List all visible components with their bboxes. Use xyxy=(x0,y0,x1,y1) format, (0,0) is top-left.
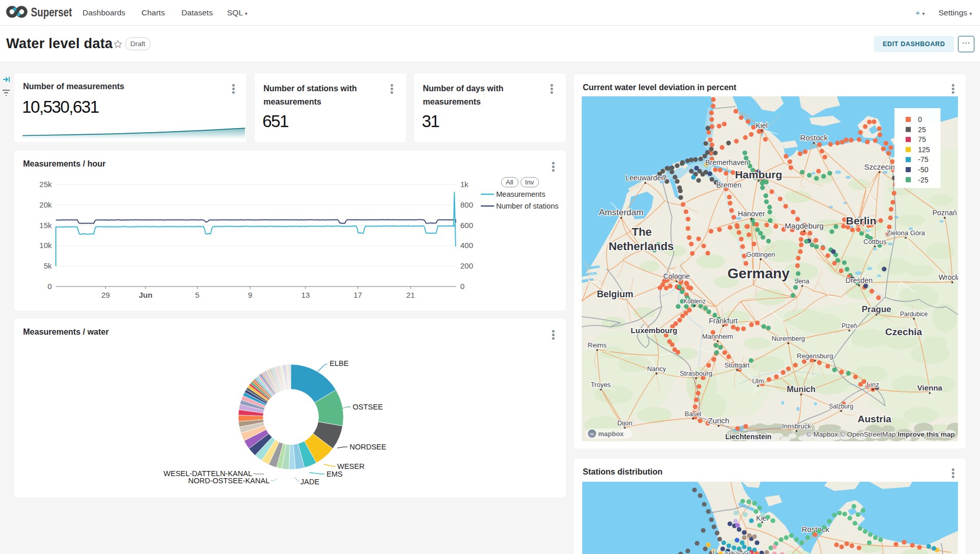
svg-text:Zielona Góra: Zielona Góra xyxy=(886,229,925,237)
svg-text:Belgium: Belgium xyxy=(597,289,633,299)
svg-text:600: 600 xyxy=(460,221,473,230)
svg-text:0: 0 xyxy=(460,282,464,291)
svg-text:JADE: JADE xyxy=(300,478,319,486)
svg-text:Superset: Superset xyxy=(31,6,72,19)
svg-text:Basel: Basel xyxy=(685,410,702,418)
svg-text:Dijon: Dijon xyxy=(617,419,632,427)
svg-text:20k: 20k xyxy=(39,200,52,209)
svg-text:All: All xyxy=(506,178,514,186)
svg-text:NORDSEE: NORDSEE xyxy=(350,443,386,451)
svg-text:Nancy: Nancy xyxy=(647,365,666,373)
svg-text:[: [ xyxy=(712,549,714,554)
svg-text:125: 125 xyxy=(918,146,930,154)
svg-text:Zurich: Zurich xyxy=(708,416,729,425)
svg-text:200: 200 xyxy=(460,261,473,270)
svg-text:13: 13 xyxy=(301,291,310,299)
svg-text:10k: 10k xyxy=(39,241,52,250)
svg-text:Koblenz: Koblenz xyxy=(683,298,705,305)
svg-text:Inv: Inv xyxy=(525,178,534,186)
svg-text:Czechia: Czechia xyxy=(885,326,922,337)
svg-text:Pardubice: Pardubice xyxy=(900,311,928,318)
svg-text:-50: -50 xyxy=(918,166,928,174)
svg-text:Linz: Linz xyxy=(867,381,879,388)
svg-text:WESEL-DATTELN-KANAL: WESEL-DATTELN-KANAL xyxy=(164,469,252,478)
svg-text:m: m xyxy=(590,432,594,437)
svg-text:Vienna: Vienna xyxy=(917,383,943,392)
svg-text:Netherlands: Netherlands xyxy=(608,240,673,253)
svg-text:9: 9 xyxy=(248,291,252,299)
svg-text:21: 21 xyxy=(406,291,415,299)
svg-text:15k: 15k xyxy=(39,221,52,230)
svg-text:Kiel: Kiel xyxy=(756,121,767,130)
svg-text:17: 17 xyxy=(354,291,362,299)
svg-text:NORD-OSTSEE-KANAL: NORD-OSTSEE-KANAL xyxy=(188,477,270,485)
svg-text:Prague: Prague xyxy=(862,304,891,314)
svg-text:Frankfurt: Frankfurt xyxy=(709,317,738,325)
svg-text:Number of stations: Number of stations xyxy=(496,202,559,210)
svg-text:Innsbruck: Innsbruck xyxy=(782,422,811,430)
svg-text:ELBE: ELBE xyxy=(330,359,349,367)
svg-text:Germany: Germany xyxy=(727,265,790,281)
svg-text:Hamburg: Hamburg xyxy=(735,169,782,180)
svg-text:-25: -25 xyxy=(918,176,928,184)
svg-text:Troyes: Troyes xyxy=(590,381,611,388)
svg-text:© Mapbox © OpenStreetMap Impro: © Mapbox © OpenStreetMap Improve this ma… xyxy=(806,430,955,438)
svg-text:Amsterdam: Amsterdam xyxy=(599,208,644,217)
svg-text:Nuremberg: Nuremberg xyxy=(771,335,805,342)
svg-text:WESER: WESER xyxy=(337,462,364,470)
svg-text:Cottbus: Cottbus xyxy=(864,238,887,245)
svg-text:Leeuwarden: Leeuwarden xyxy=(625,174,665,182)
svg-text:1k: 1k xyxy=(460,180,468,189)
svg-text:Bremerhaven: Bremerhaven xyxy=(705,158,748,167)
svg-text:Austria: Austria xyxy=(858,414,891,424)
svg-text:25: 25 xyxy=(918,126,926,134)
svg-text:25k: 25k xyxy=(39,180,52,189)
svg-text:Poznań: Poznań xyxy=(932,209,956,217)
svg-text:Mannheim: Mannheim xyxy=(702,333,733,340)
svg-text:Measurements: Measurements xyxy=(496,190,545,198)
svg-text:Wrocław: Wrocław xyxy=(938,273,958,281)
svg-text:Munich: Munich xyxy=(787,385,815,394)
svg-text:5: 5 xyxy=(195,291,199,299)
svg-text:0: 0 xyxy=(918,115,922,124)
svg-text:The: The xyxy=(631,225,651,238)
svg-text:Stuttgart: Stuttgart xyxy=(724,361,750,369)
svg-text:…erhaven: …erhaven xyxy=(718,550,751,554)
svg-text:mapbox: mapbox xyxy=(598,430,624,438)
svg-text:0: 0 xyxy=(48,282,52,291)
svg-text:Szczecin: Szczecin xyxy=(864,162,895,171)
svg-text:Salzburg: Salzburg xyxy=(829,403,853,410)
svg-text:Hanover: Hanover xyxy=(738,210,765,218)
svg-text:Reims: Reims xyxy=(588,341,607,349)
svg-text:Liechtenstein: Liechtenstein xyxy=(725,433,771,441)
svg-text:Strasbourg: Strasbourg xyxy=(680,370,712,377)
svg-text:Luxembourg: Luxembourg xyxy=(631,326,678,335)
svg-text:OSTSEE: OSTSEE xyxy=(353,403,383,411)
svg-text:Jena: Jena xyxy=(795,277,810,285)
svg-text:75: 75 xyxy=(918,135,926,143)
svg-text:Cologne: Cologne xyxy=(663,272,690,280)
svg-text:Plzeň: Plzeň xyxy=(842,322,857,330)
svg-text:Ulm: Ulm xyxy=(752,377,764,385)
svg-text:800: 800 xyxy=(460,200,473,209)
svg-text:Dresden: Dresden xyxy=(846,276,873,284)
svg-text:Göttingen: Göttingen xyxy=(746,251,775,258)
svg-text:EMS: EMS xyxy=(326,470,342,478)
svg-text:Bremen: Bremen xyxy=(716,181,741,189)
svg-text:Regensburg: Regensburg xyxy=(797,352,833,360)
svg-text:5k: 5k xyxy=(44,261,52,270)
svg-text:400: 400 xyxy=(460,241,473,250)
svg-text:29: 29 xyxy=(101,291,110,299)
svg-text:Magdeburg: Magdeburg xyxy=(785,221,824,230)
svg-text:Berlin: Berlin xyxy=(846,215,876,227)
svg-text:-75: -75 xyxy=(918,155,928,163)
svg-text:Jun: Jun xyxy=(139,291,153,299)
svg-text:Rostock: Rostock xyxy=(800,133,828,142)
